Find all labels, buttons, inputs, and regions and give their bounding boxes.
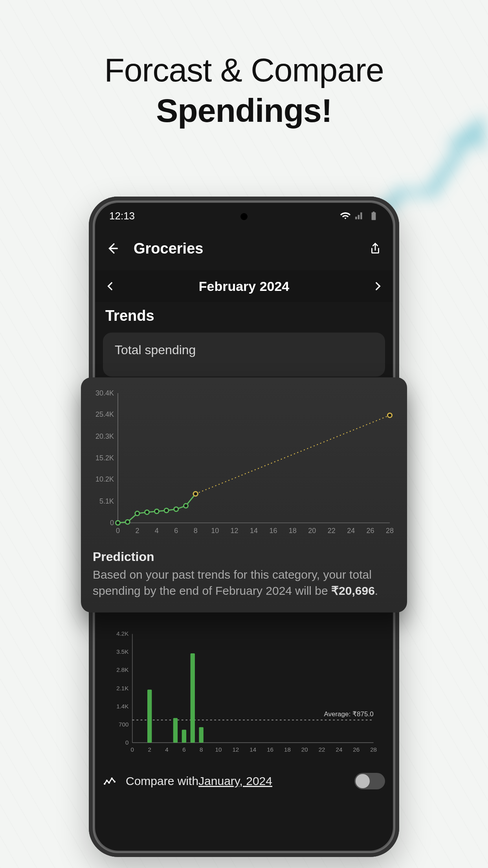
svg-text:10.2K: 10.2K	[95, 475, 114, 483]
svg-text:0: 0	[110, 519, 114, 527]
svg-text:0: 0	[125, 739, 128, 746]
svg-text:12: 12	[232, 746, 239, 753]
total-spending-label: Total spending	[115, 343, 196, 357]
compare-label-prefix: Compare with	[126, 774, 198, 788]
headline-line1: Forcast & Compare	[0, 51, 488, 89]
back-icon[interactable]	[106, 242, 119, 255]
daily-spending-card: 07001.4K2.1K2.8K3.5K4.2K0246810121416182…	[103, 620, 385, 770]
svg-text:6: 6	[182, 746, 185, 753]
svg-text:30.4K: 30.4K	[95, 389, 114, 397]
svg-point-67	[184, 504, 188, 508]
svg-text:3.5K: 3.5K	[116, 648, 128, 655]
svg-text:26: 26	[353, 746, 360, 753]
svg-text:5.1K: 5.1K	[99, 497, 114, 505]
compare-icon	[103, 774, 116, 788]
svg-text:18: 18	[289, 527, 297, 535]
total-spending-card: Total spending	[103, 333, 385, 377]
svg-text:20.3K: 20.3K	[95, 432, 114, 440]
svg-text:10: 10	[211, 527, 219, 535]
app-header: Groceries	[95, 233, 393, 264]
compare-row: Compare with January, 2024	[103, 773, 385, 789]
svg-text:10: 10	[215, 746, 222, 753]
svg-text:24: 24	[336, 746, 343, 753]
total-spending-chart: 05.1K10.2K15.2K20.3K25.4K30.4K0246810121…	[93, 389, 395, 539]
svg-text:Average: ₹875.0: Average: ₹875.0	[324, 710, 373, 718]
svg-text:14: 14	[250, 746, 256, 753]
svg-text:24: 24	[347, 527, 355, 535]
svg-point-63	[145, 510, 149, 514]
prediction-title: Prediction	[93, 550, 395, 564]
svg-text:8: 8	[194, 527, 198, 535]
status-bar: 12:13	[95, 203, 393, 229]
svg-text:4: 4	[165, 746, 168, 753]
page-title: Groceries	[134, 240, 369, 257]
svg-text:12: 12	[231, 527, 238, 535]
headline-line2: Spendings!	[0, 92, 488, 130]
svg-point-65	[164, 508, 169, 513]
section-title-trends: Trends	[105, 307, 154, 324]
chevron-right-icon[interactable]	[372, 281, 383, 291]
svg-text:2: 2	[135, 527, 139, 535]
svg-text:0: 0	[131, 746, 134, 753]
battery-icon	[369, 211, 379, 221]
compare-month-link[interactable]: January, 2024	[198, 774, 272, 788]
prediction-body-prefix: Based on your past trends for this categ…	[93, 568, 372, 597]
svg-text:16: 16	[267, 746, 273, 753]
svg-text:0: 0	[116, 527, 120, 535]
daily-spending-chart: 07001.4K2.1K2.8K3.5K4.2K0246810121416182…	[110, 627, 378, 761]
wifi-icon	[340, 211, 350, 221]
month-selector: February 2024	[95, 270, 393, 302]
svg-text:2.8K: 2.8K	[116, 666, 128, 673]
svg-text:2.1K: 2.1K	[116, 685, 128, 691]
svg-rect-27	[173, 718, 178, 743]
chevron-left-icon[interactable]	[105, 281, 116, 291]
svg-point-70	[388, 413, 392, 417]
svg-text:700: 700	[119, 721, 128, 728]
toggle-knob	[356, 774, 370, 788]
svg-point-60	[116, 521, 120, 525]
prediction-body-suffix: .	[375, 584, 378, 597]
svg-point-64	[154, 509, 159, 513]
svg-text:4: 4	[155, 527, 159, 535]
svg-rect-30	[199, 727, 203, 743]
svg-point-35	[114, 781, 116, 783]
svg-text:20: 20	[308, 527, 316, 535]
svg-text:22: 22	[319, 746, 325, 753]
svg-text:1.4K: 1.4K	[116, 703, 128, 710]
prediction-card: 05.1K10.2K15.2K20.3K25.4K30.4K0246810121…	[81, 377, 407, 612]
share-icon[interactable]	[369, 242, 382, 255]
svg-point-31	[104, 783, 106, 785]
svg-text:16: 16	[269, 527, 277, 535]
svg-text:22: 22	[328, 527, 336, 535]
svg-text:8: 8	[200, 746, 203, 753]
svg-point-69	[193, 492, 198, 496]
svg-text:15.2K: 15.2K	[95, 454, 114, 462]
svg-point-34	[111, 778, 113, 780]
prediction-body: Based on your past trends for this categ…	[93, 566, 395, 599]
signal-icon	[354, 211, 365, 221]
prediction-amount: ₹20,696	[331, 584, 375, 597]
svg-text:6: 6	[174, 527, 178, 535]
status-time: 12:13	[109, 210, 135, 222]
svg-text:25.4K: 25.4K	[95, 410, 114, 418]
svg-rect-29	[191, 653, 195, 743]
compare-toggle[interactable]	[354, 773, 385, 789]
svg-rect-26	[147, 690, 152, 743]
svg-text:28: 28	[370, 746, 377, 753]
svg-text:2: 2	[148, 746, 151, 753]
svg-text:4.2K: 4.2K	[116, 630, 128, 637]
svg-text:14: 14	[250, 527, 258, 535]
svg-text:18: 18	[284, 746, 291, 753]
svg-point-62	[135, 511, 139, 516]
svg-text:20: 20	[301, 746, 308, 753]
svg-point-33	[108, 782, 110, 784]
svg-point-61	[125, 520, 130, 524]
svg-rect-28	[182, 730, 186, 743]
marketing-headline: Forcast & Compare Spendings!	[0, 51, 488, 130]
month-label[interactable]: February 2024	[199, 279, 290, 294]
svg-point-32	[106, 780, 108, 782]
svg-text:26: 26	[367, 527, 374, 535]
svg-point-66	[174, 507, 178, 511]
svg-text:28: 28	[386, 527, 394, 535]
